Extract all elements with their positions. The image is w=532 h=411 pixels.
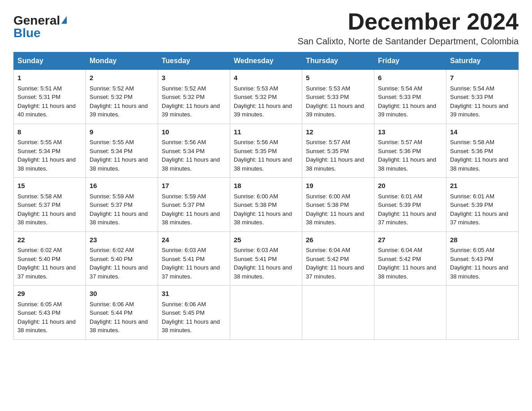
day-number: 14 — [450, 127, 515, 137]
calendar-week-row: 22 Sunrise: 6:02 AMSunset: 5:40 PMDaylig… — [14, 231, 519, 286]
day-number: 16 — [90, 181, 154, 191]
col-header-tuesday: Tuesday — [158, 52, 230, 70]
day-info: Sunrise: 6:03 AMSunset: 5:41 PMDaylight:… — [234, 247, 292, 280]
calendar-week-row: 15 Sunrise: 5:58 AMSunset: 5:37 PMDaylig… — [14, 178, 519, 232]
col-header-friday: Friday — [374, 52, 446, 70]
calendar-cell: 8 Sunrise: 5:55 AMSunset: 5:34 PMDayligh… — [14, 124, 86, 178]
day-number: 27 — [378, 235, 442, 245]
day-info: Sunrise: 5:58 AMSunset: 5:37 PMDaylight:… — [17, 193, 76, 226]
calendar-cell: 17 Sunrise: 5:59 AMSunset: 5:37 PMDaylig… — [158, 178, 230, 232]
calendar-cell: 26 Sunrise: 6:04 AMSunset: 5:42 PMDaylig… — [302, 231, 374, 286]
day-info: Sunrise: 6:00 AMSunset: 5:38 PMDaylight:… — [234, 193, 292, 226]
calendar-cell: 10 Sunrise: 5:56 AMSunset: 5:34 PMDaylig… — [158, 124, 230, 178]
logo-blue-text: Blue — [13, 26, 41, 40]
calendar-cell: 18 Sunrise: 6:00 AMSunset: 5:38 PMDaylig… — [230, 178, 302, 232]
calendar-header-row: SundayMondayTuesdayWednesdayThursdayFrid… — [14, 52, 519, 70]
day-info: Sunrise: 5:57 AMSunset: 5:36 PMDaylight:… — [378, 139, 436, 172]
day-number: 28 — [450, 235, 515, 245]
day-number: 25 — [234, 235, 298, 245]
day-number: 20 — [378, 181, 442, 191]
calendar-table: SundayMondayTuesdayWednesdayThursdayFrid… — [13, 52, 519, 340]
day-number: 8 — [17, 127, 82, 137]
calendar-cell: 5 Sunrise: 5:53 AMSunset: 5:33 PMDayligh… — [302, 70, 374, 124]
day-info: Sunrise: 5:52 AMSunset: 5:32 PMDaylight:… — [162, 85, 220, 118]
calendar-week-row: 29 Sunrise: 6:05 AMSunset: 5:43 PMDaylig… — [14, 286, 519, 340]
calendar-cell: 14 Sunrise: 5:58 AMSunset: 5:36 PMDaylig… — [446, 124, 519, 178]
calendar-cell: 4 Sunrise: 5:53 AMSunset: 5:32 PMDayligh… — [230, 70, 302, 124]
day-number: 9 — [90, 127, 154, 137]
day-number: 24 — [162, 235, 226, 245]
day-number: 30 — [90, 289, 154, 299]
day-number: 23 — [90, 235, 154, 245]
col-header-wednesday: Wednesday — [230, 52, 302, 70]
day-info: Sunrise: 5:54 AMSunset: 5:33 PMDaylight:… — [450, 85, 508, 118]
day-info: Sunrise: 5:51 AMSunset: 5:31 PMDaylight:… — [17, 85, 76, 118]
calendar-cell: 23 Sunrise: 6:02 AMSunset: 5:40 PMDaylig… — [86, 231, 158, 286]
calendar-cell: 31 Sunrise: 6:06 AMSunset: 5:45 PMDaylig… — [158, 286, 230, 340]
day-info: Sunrise: 5:55 AMSunset: 5:34 PMDaylight:… — [90, 139, 148, 172]
day-number: 12 — [306, 127, 370, 137]
calendar-cell: 3 Sunrise: 5:52 AMSunset: 5:32 PMDayligh… — [158, 70, 230, 124]
col-header-sunday: Sunday — [14, 52, 86, 70]
day-number: 7 — [450, 73, 515, 83]
calendar-cell: 27 Sunrise: 6:04 AMSunset: 5:42 PMDaylig… — [374, 231, 446, 286]
calendar-cell: 15 Sunrise: 5:58 AMSunset: 5:37 PMDaylig… — [14, 178, 86, 232]
day-info: Sunrise: 6:04 AMSunset: 5:42 PMDaylight:… — [306, 247, 364, 280]
day-info: Sunrise: 6:04 AMSunset: 5:42 PMDaylight:… — [378, 247, 436, 280]
day-info: Sunrise: 5:58 AMSunset: 5:36 PMDaylight:… — [450, 139, 508, 172]
calendar-cell — [230, 286, 302, 340]
calendar-cell: 16 Sunrise: 5:59 AMSunset: 5:37 PMDaylig… — [86, 178, 158, 232]
day-info: Sunrise: 6:05 AMSunset: 5:43 PMDaylight:… — [450, 247, 508, 280]
title-block: December 2024 San Calixto, Norte de Sant… — [297, 9, 519, 47]
day-number: 4 — [234, 73, 298, 83]
day-info: Sunrise: 5:53 AMSunset: 5:32 PMDaylight:… — [234, 85, 292, 118]
day-number: 6 — [378, 73, 442, 83]
day-number: 21 — [450, 181, 515, 191]
day-info: Sunrise: 6:02 AMSunset: 5:40 PMDaylight:… — [90, 247, 148, 280]
day-number: 13 — [378, 127, 442, 137]
col-header-monday: Monday — [86, 52, 158, 70]
day-info: Sunrise: 5:54 AMSunset: 5:33 PMDaylight:… — [378, 85, 436, 118]
calendar-cell: 25 Sunrise: 6:03 AMSunset: 5:41 PMDaylig… — [230, 231, 302, 286]
day-number: 15 — [17, 181, 82, 191]
day-number: 5 — [306, 73, 370, 83]
calendar-cell: 1 Sunrise: 5:51 AMSunset: 5:31 PMDayligh… — [14, 70, 86, 124]
day-number: 3 — [162, 73, 226, 83]
month-title: December 2024 — [297, 9, 519, 34]
day-info: Sunrise: 6:03 AMSunset: 5:41 PMDaylight:… — [162, 247, 220, 280]
day-number: 18 — [234, 181, 298, 191]
day-number: 31 — [162, 289, 226, 299]
calendar-cell: 6 Sunrise: 5:54 AMSunset: 5:33 PMDayligh… — [374, 70, 446, 124]
calendar-cell — [446, 286, 519, 340]
calendar-cell: 19 Sunrise: 6:00 AMSunset: 5:38 PMDaylig… — [302, 178, 374, 232]
calendar-cell: 13 Sunrise: 5:57 AMSunset: 5:36 PMDaylig… — [374, 124, 446, 178]
day-info: Sunrise: 5:53 AMSunset: 5:33 PMDaylight:… — [306, 85, 364, 118]
calendar-cell — [302, 286, 374, 340]
calendar-week-row: 1 Sunrise: 5:51 AMSunset: 5:31 PMDayligh… — [14, 70, 519, 124]
day-number: 22 — [17, 235, 82, 245]
calendar-cell: 21 Sunrise: 6:01 AMSunset: 5:39 PMDaylig… — [446, 178, 519, 232]
logo-triangle-icon — [61, 16, 67, 24]
day-info: Sunrise: 6:01 AMSunset: 5:39 PMDaylight:… — [378, 193, 436, 226]
day-info: Sunrise: 5:59 AMSunset: 5:37 PMDaylight:… — [162, 193, 220, 226]
calendar-cell: 24 Sunrise: 6:03 AMSunset: 5:41 PMDaylig… — [158, 231, 230, 286]
day-info: Sunrise: 6:06 AMSunset: 5:45 PMDaylight:… — [162, 301, 220, 334]
calendar-cell: 29 Sunrise: 6:05 AMSunset: 5:43 PMDaylig… — [14, 286, 86, 340]
day-info: Sunrise: 5:52 AMSunset: 5:32 PMDaylight:… — [90, 85, 148, 118]
day-number: 10 — [162, 127, 226, 137]
day-number: 29 — [17, 289, 82, 299]
calendar-cell: 12 Sunrise: 5:57 AMSunset: 5:35 PMDaylig… — [302, 124, 374, 178]
day-info: Sunrise: 6:06 AMSunset: 5:44 PMDaylight:… — [90, 301, 148, 334]
day-info: Sunrise: 6:02 AMSunset: 5:40 PMDaylight:… — [17, 247, 76, 280]
day-number: 11 — [234, 127, 298, 137]
day-info: Sunrise: 6:05 AMSunset: 5:43 PMDaylight:… — [17, 301, 76, 334]
day-info: Sunrise: 5:57 AMSunset: 5:35 PMDaylight:… — [306, 139, 364, 172]
day-info: Sunrise: 5:56 AMSunset: 5:35 PMDaylight:… — [234, 139, 292, 172]
calendar-cell: 2 Sunrise: 5:52 AMSunset: 5:32 PMDayligh… — [86, 70, 158, 124]
calendar-cell — [374, 286, 446, 340]
calendar-cell: 20 Sunrise: 6:01 AMSunset: 5:39 PMDaylig… — [374, 178, 446, 232]
day-info: Sunrise: 5:56 AMSunset: 5:34 PMDaylight:… — [162, 139, 220, 172]
calendar-cell: 11 Sunrise: 5:56 AMSunset: 5:35 PMDaylig… — [230, 124, 302, 178]
calendar-cell: 9 Sunrise: 5:55 AMSunset: 5:34 PMDayligh… — [86, 124, 158, 178]
calendar-cell: 28 Sunrise: 6:05 AMSunset: 5:43 PMDaylig… — [446, 231, 519, 286]
